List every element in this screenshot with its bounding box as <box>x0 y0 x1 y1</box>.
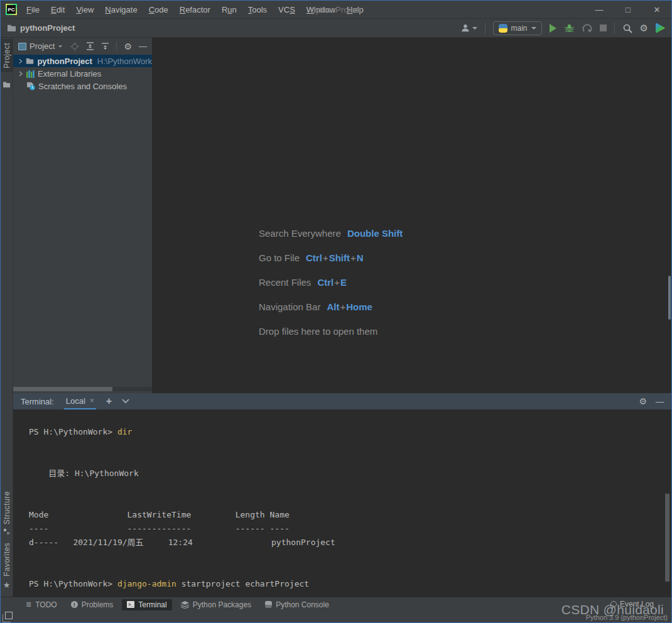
terminal-line <box>29 550 671 563</box>
git-branch-widget[interactable]: main <box>493 21 542 35</box>
menu-refactor[interactable]: Refactor <box>174 5 216 14</box>
menu-edit[interactable]: Edit <box>45 5 70 14</box>
toolbar-divider <box>485 23 485 34</box>
breadcrumb[interactable]: pythonProject <box>7 23 75 33</box>
run-icon[interactable] <box>550 24 556 33</box>
project-tool-window: Project ⚙ — pythonProjectH:\PythonWorkEx… <box>13 38 153 393</box>
terminal-line: PS H:\PythonWork> dir <box>29 425 671 439</box>
branch-name[interactable]: main <box>511 24 528 33</box>
terminal-line: 目录: H:\PythonWork <box>29 467 671 480</box>
shortcut-hint: Drop files here to open them <box>259 319 403 344</box>
settings-gear-icon[interactable]: ⚙ <box>640 23 648 33</box>
project-panel-title[interactable]: Project <box>30 41 55 51</box>
new-session-icon[interactable]: + <box>106 396 112 407</box>
terminal-header: Terminal: Local × + ⚙ — <box>13 393 671 409</box>
editor-scrollbar-thumb[interactable] <box>668 276 671 320</box>
menu-view[interactable]: View <box>70 5 99 14</box>
tool-window-button-terminal[interactable]: >_Terminal <box>122 599 171 610</box>
terminal-line <box>29 439 671 453</box>
shortcut-hint: Search EverywhereDouble Shift <box>259 221 403 246</box>
close-icon[interactable]: ✕ <box>642 1 671 18</box>
toolbar-actions: main ⚙ <box>460 21 665 35</box>
search-icon[interactable] <box>622 23 632 33</box>
tree-item-scratches-and-consoles[interactable]: Scratches and Consoles <box>13 80 152 92</box>
toolbar-divider <box>614 23 615 34</box>
shortcut-hint: Recent FilesCtrl+E <box>259 270 403 295</box>
terminal-line <box>29 494 671 508</box>
shortcut-hints: Search EverywhereDouble ShiftGo to FileC… <box>259 221 403 344</box>
tree-item-pythonproject[interactable]: pythonProjectH:\PythonWork <box>13 55 152 67</box>
locate-icon[interactable] <box>70 42 79 51</box>
folder-icon[interactable] <box>3 81 11 88</box>
tool-window-icon <box>18 43 26 50</box>
maximize-icon[interactable]: □ <box>614 1 642 18</box>
gear-icon[interactable]: ⚙ <box>124 42 132 51</box>
coverage-icon <box>582 23 592 33</box>
terminal-output[interactable]: PS H:\PythonWork> dir 目录: H:\PythonWork … <box>13 409 671 597</box>
menu-file[interactable]: File <box>21 5 45 14</box>
gear-icon[interactable]: ⚙ <box>639 397 647 406</box>
pycharm-logo-icon: PC <box>6 4 17 15</box>
terminal-line: ---- ------------- ------ ---- <box>29 522 671 536</box>
menu-vcs[interactable]: VCS <box>273 5 301 14</box>
tool-window-button-python-packages[interactable]: Python Packages <box>176 599 256 610</box>
stripe-tab-structure[interactable]: Structure <box>3 491 11 524</box>
star-icon[interactable]: ★ <box>3 581 11 589</box>
hide-icon[interactable]: — <box>656 397 664 406</box>
stop-icon <box>600 24 607 31</box>
menu-code[interactable]: Code <box>143 5 174 14</box>
terminal-tool-window: Terminal: Local × + ⚙ — PS H:\PythonWork… <box>13 393 671 597</box>
menu-tools[interactable]: Tools <box>242 5 273 14</box>
window-controls: — □ ✕ <box>585 1 671 18</box>
stripe-tab-project[interactable]: Project <box>1 39 13 72</box>
folder-icon <box>7 24 16 32</box>
shortcut-hint: Go to FileCtrl+Shift+N <box>259 246 403 270</box>
close-tab-icon[interactable]: × <box>90 396 94 405</box>
minimize-icon[interactable]: — <box>585 1 614 18</box>
main-toolbar: pythonProject main ⚙ <box>1 19 671 38</box>
project-panel-header: Project ⚙ — <box>13 38 152 55</box>
hide-icon[interactable]: — <box>139 41 147 51</box>
chevron-down-icon <box>531 27 536 30</box>
project-tree: pythonProjectH:\PythonWorkExternal Libra… <box>13 55 152 92</box>
shortcut-hint: Navigation BarAlt+Home <box>259 295 403 319</box>
terminal-line: d----- 2021/11/19/周五 12:24 pythonProject <box>29 536 671 550</box>
user-icon[interactable] <box>460 23 477 33</box>
terminal-line <box>29 563 671 577</box>
tool-window-button-todo[interactable]: ≣TODO <box>21 599 62 610</box>
pycharm-window: PC FileEditViewNavigateCodeRefactorRunTo… <box>0 0 672 623</box>
restore-layout-icon[interactable] <box>5 612 13 619</box>
structure-icon[interactable] <box>4 529 9 534</box>
expand-all-icon[interactable] <box>86 42 94 50</box>
terminal-line: Mode LastWriteTime Length Name <box>29 508 671 522</box>
tree-item-external-libraries[interactable]: External Libraries <box>13 67 152 80</box>
window-title: pythonProject <box>311 5 361 14</box>
tool-window-button-problems[interactable]: !Problems <box>66 599 119 610</box>
chevron-down-icon[interactable] <box>122 399 129 404</box>
terminal-tab-local[interactable]: Local × <box>64 393 96 409</box>
learn-icon[interactable] <box>656 23 665 33</box>
terminal-line <box>29 480 671 494</box>
csdn-watermark: CSDN @huidaoli <box>561 602 664 617</box>
terminal-label: Terminal: <box>21 397 54 406</box>
chevron-down-icon[interactable] <box>58 45 62 47</box>
menu-run[interactable]: Run <box>216 5 242 14</box>
breadcrumb-project[interactable]: pythonProject <box>20 23 75 33</box>
collapse-all-icon[interactable] <box>101 42 109 50</box>
left-tool-stripe: Project Structure Favorites ★ <box>1 38 13 597</box>
debug-icon[interactable] <box>564 23 575 33</box>
terminal-line <box>29 453 671 467</box>
tool-window-button-python-console[interactable]: Python Console <box>260 599 334 610</box>
stripe-tab-favorites[interactable]: Favorites <box>3 543 11 577</box>
horizontal-scrollbar-thumb[interactable] <box>13 387 112 391</box>
editor-area: Search EverywhereDouble ShiftGo to FileC… <box>153 38 671 393</box>
python-branch-icon <box>499 24 507 33</box>
title-bar: PC FileEditViewNavigateCodeRefactorRunTo… <box>1 1 671 19</box>
menu-navigate[interactable]: Navigate <box>99 5 143 14</box>
content-area: Project Structure Favorites ★ Project <box>1 38 671 597</box>
terminal-line: PS H:\PythonWork> django-admin startproj… <box>29 577 671 591</box>
terminal-scrollbar-thumb[interactable] <box>665 494 669 582</box>
